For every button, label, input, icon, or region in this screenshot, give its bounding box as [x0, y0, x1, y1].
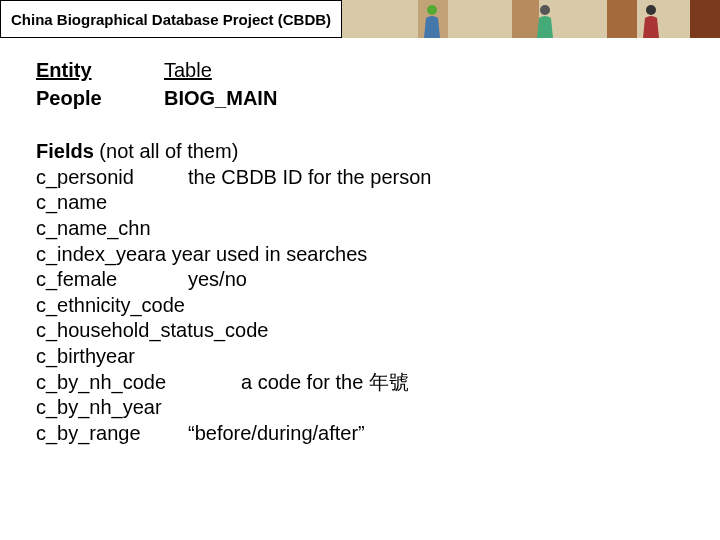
- table-heading: Table: [164, 58, 212, 84]
- field-row: c_birthyear: [36, 344, 690, 370]
- field-name: c_by_nh_year: [36, 395, 188, 421]
- entity-value: People: [36, 86, 164, 112]
- field-row: c_by_range“before/during/after”: [36, 421, 690, 447]
- fields-section: Fields (not all of them) c_personidthe C…: [36, 139, 690, 446]
- field-description: the CBDB ID for the person: [188, 165, 431, 191]
- table-value: BIOG_MAIN: [164, 86, 277, 112]
- field-row: c_index_yeara year used in searches: [36, 242, 690, 268]
- field-row: c_name: [36, 190, 690, 216]
- heading-row: Entity Table: [36, 58, 690, 84]
- fields-heading-row: Fields (not all of them): [36, 139, 690, 165]
- field-name: c_index_year: [36, 242, 155, 268]
- banner-artwork: [342, 0, 720, 38]
- banner-figure-icon: [637, 2, 665, 38]
- field-description: “before/during/after”: [188, 421, 365, 447]
- fields-heading: Fields: [36, 140, 94, 162]
- project-title-text: China Biographical Database Project (CBD…: [11, 11, 331, 28]
- svg-point-2: [646, 5, 656, 15]
- svg-point-1: [540, 5, 550, 15]
- field-description: a year used in searches: [155, 242, 367, 268]
- field-description: a code for the 年號: [241, 370, 409, 396]
- header-bar: China Biographical Database Project (CBD…: [0, 0, 720, 38]
- field-name: c_ethnicity_code: [36, 293, 188, 319]
- field-name: c_name_chn: [36, 216, 188, 242]
- field-row: c_household_status_code: [36, 318, 690, 344]
- value-row: People BIOG_MAIN: [36, 86, 690, 112]
- field-description: yes/no: [188, 267, 247, 293]
- field-row: c_name_chn: [36, 216, 690, 242]
- field-name: c_name: [36, 190, 188, 216]
- field-name: c_by_range: [36, 421, 188, 447]
- project-title: China Biographical Database Project (CBD…: [0, 0, 342, 38]
- field-row: c_personidthe CBDB ID for the person: [36, 165, 690, 191]
- main-content: Entity Table People BIOG_MAIN Fields (no…: [0, 38, 720, 446]
- field-name: c_female: [36, 267, 188, 293]
- entity-heading: Entity: [36, 58, 164, 84]
- field-row: c_by_nh_year: [36, 395, 690, 421]
- banner-figure-icon: [531, 2, 559, 38]
- field-name: c_birthyear: [36, 344, 188, 370]
- fields-note: (not all of them): [99, 140, 238, 162]
- field-row: c_by_nh_codea code for the 年號: [36, 370, 690, 396]
- banner-figure-icon: [418, 2, 446, 38]
- field-row: c_ethnicity_code: [36, 293, 690, 319]
- fields-list: c_personidthe CBDB ID for the personc_na…: [36, 165, 690, 447]
- field-name: c_household_status_code: [36, 318, 268, 344]
- field-row: c_femaleyes/no: [36, 267, 690, 293]
- field-name: c_personid: [36, 165, 188, 191]
- svg-point-0: [427, 5, 437, 15]
- field-name: c_by_nh_code: [36, 370, 241, 396]
